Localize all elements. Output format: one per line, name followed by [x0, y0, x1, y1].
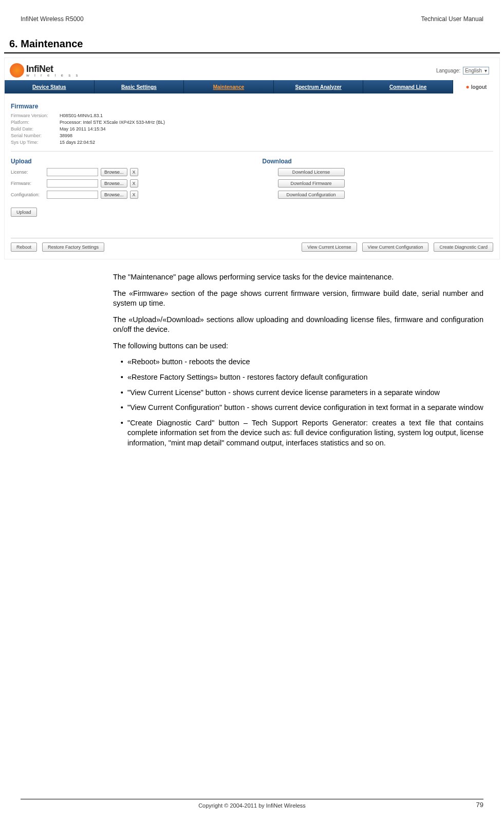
logo-icon	[10, 63, 24, 78]
view-license-button[interactable]: View Current License	[302, 242, 357, 252]
tab-spectrum-analyzer[interactable]: Spectrum Analyzer	[274, 80, 364, 93]
restore-factory-button[interactable]: Restore Factory Settings	[42, 242, 104, 252]
list-item: «Restore Factory Settings» button - rest…	[127, 372, 483, 383]
header-left: InfiNet Wireless R5000	[21, 15, 84, 23]
fw-build-value: May 16 2011 14:15:34	[60, 126, 106, 132]
fw-build-label: Build Date:	[11, 126, 54, 132]
fw-uptime-label: Sys Up Time:	[11, 140, 54, 145]
create-diag-card-button[interactable]: Create Diagnostic Card	[434, 242, 493, 252]
copyright: Copyright © 2004-2011 by InfiNet Wireles…	[198, 802, 306, 809]
upload-config-input[interactable]	[47, 191, 98, 199]
upload-config-row: Configuration: Browse... X	[11, 191, 242, 199]
clear-button[interactable]: X	[130, 179, 138, 188]
upload-license-input[interactable]	[47, 168, 98, 176]
tab-device-status[interactable]: Device Status	[5, 80, 95, 93]
screenshot-panel: InfiNet w i r e l e s s Language: Englis…	[4, 58, 500, 259]
nav-bar: Device Status Basic Settings Maintenance…	[5, 80, 499, 93]
fw-platform-value: Processor: Intel STE XScale IXP42X 533-M…	[60, 120, 165, 125]
clear-button[interactable]: X	[130, 168, 138, 176]
upload-button[interactable]: Upload	[11, 208, 37, 217]
upload-firmware-row: Firmware: Browse... X	[11, 179, 242, 188]
language-select[interactable]: English ▾	[463, 67, 489, 74]
paragraph: The following buttons can be used:	[113, 341, 483, 351]
upload-license-row: License: Browse... X	[11, 168, 242, 176]
download-config-button[interactable]: Download Configuration	[278, 191, 345, 199]
upload-firmware-label: Firmware:	[11, 181, 44, 186]
logout-icon: ●	[466, 83, 470, 90]
tab-logout[interactable]: ● logout	[453, 80, 499, 93]
view-config-button[interactable]: View Current Configuration	[362, 242, 429, 252]
logo: InfiNet w i r e l e s s	[10, 63, 80, 78]
chevron-down-icon: ▾	[484, 68, 487, 73]
browse-button[interactable]: Browse...	[101, 191, 127, 199]
fw-serial-value: 38998	[60, 133, 72, 138]
paragraph: The "Maintenance" page allows performing…	[113, 272, 483, 283]
fw-serial-label: Serial Number:	[11, 133, 54, 138]
page-header: InfiNet Wireless R5000 Technical User Ma…	[0, 0, 504, 28]
list-item: "Create Diagnostic Card" button – Tech S…	[127, 418, 483, 448]
tab-basic-settings[interactable]: Basic Settings	[95, 80, 184, 93]
list-item: "View Current License" button - shows cu…	[127, 388, 483, 398]
language-label: Language:	[436, 68, 460, 73]
header-right: Technical User Manual	[421, 15, 483, 23]
reboot-button[interactable]: Reboot	[11, 242, 37, 252]
upload-license-label: License:	[11, 170, 44, 175]
fw-uptime-value: 15 days 22:04:52	[60, 140, 95, 145]
browse-button[interactable]: Browse...	[101, 168, 127, 176]
browse-button[interactable]: Browse...	[101, 179, 127, 188]
download-firmware-button[interactable]: Download Firmware	[278, 179, 345, 188]
page-number: 79	[476, 801, 483, 809]
upload-config-label: Configuration:	[11, 192, 44, 197]
download-title: Download	[263, 158, 494, 165]
fw-version-value: H08S01-MINIv1.83.1	[60, 113, 103, 118]
list-item: "View Current Configuration" button - sh…	[127, 403, 483, 413]
paragraph: The «Firmware» section of the page shows…	[113, 289, 483, 309]
logout-label: logout	[471, 84, 487, 90]
divider	[11, 151, 493, 152]
body-text: The "Maintenance" page allows performing…	[0, 272, 504, 448]
firmware-table: Firmware Version: H08S01-MINIv1.83.1 Pla…	[11, 113, 493, 145]
language-selector: Language: English ▾	[436, 67, 489, 74]
fw-platform-label: Platform:	[11, 120, 54, 125]
fw-version-label: Firmware Version:	[11, 113, 54, 118]
clear-button[interactable]: X	[130, 191, 138, 199]
page-footer: Copyright © 2004-2011 by InfiNet Wireles…	[21, 799, 483, 809]
bullet-list: «Reboot» button - reboots the device «Re…	[113, 357, 483, 448]
screenshot-footer-bar: Reboot Restore Factory Settings View Cur…	[11, 238, 493, 254]
upload-firmware-input[interactable]	[47, 179, 98, 188]
language-value: English	[465, 68, 482, 73]
tab-maintenance[interactable]: Maintenance	[184, 80, 274, 93]
logo-subtext: w i r e l e s s	[26, 73, 80, 78]
upload-title: Upload	[11, 158, 242, 165]
download-license-button[interactable]: Download License	[278, 168, 345, 176]
paragraph: The «Upload»/«Download» sections allow u…	[113, 315, 483, 335]
list-item: «Reboot» button - reboots the device	[127, 357, 483, 367]
tab-command-line[interactable]: Command Line	[363, 80, 453, 93]
firmware-title: Firmware	[11, 103, 493, 110]
main-heading: 6. Maintenance	[4, 28, 500, 53]
